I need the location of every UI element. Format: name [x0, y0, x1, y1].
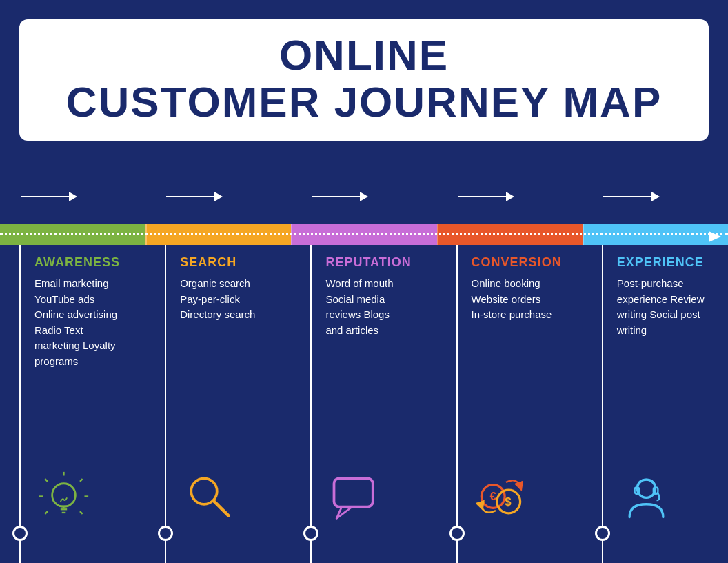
vline-awareness [19, 224, 21, 563]
svg-marker-15 [337, 507, 353, 519]
vline-reputation [310, 224, 312, 563]
circle-experience [595, 526, 610, 541]
circle-conversion [449, 526, 465, 541]
content-search: Organic searchPay-per-clickDirectory sea… [180, 276, 284, 323]
svg-line-3 [80, 479, 83, 482]
content-awareness: Email marketingYouTube adsOnline adverti… [34, 276, 139, 369]
svg-text:$: $ [505, 495, 512, 508]
svg-line-2 [45, 479, 48, 482]
stage-conversion: CONVERSION Online bookingWebsite ordersI… [437, 186, 583, 563]
content-experience: Post-purchaseexperience Reviewwriting So… [617, 276, 721, 338]
journey-container: AWARENESS Email marketingYouTube adsOnli… [0, 186, 728, 563]
dotted-line [0, 233, 728, 235]
content-conversion: Online bookingWebsite ordersIn-store pur… [472, 276, 576, 323]
svg-line-13 [214, 501, 229, 516]
vline-search [165, 224, 166, 563]
dotted-line-end-arrow [709, 231, 721, 245]
arrow-search [166, 192, 223, 201]
stage-reputation: REPUTATION Word of mouthSocial mediarevi… [291, 186, 436, 563]
svg-rect-14 [334, 478, 373, 506]
label-conversion: CONVERSION [472, 255, 562, 270]
circle-search [158, 526, 173, 541]
stage-experience: EXPERIENCE Post-purchaseexperience Revie… [583, 186, 728, 563]
arrow-reputation [312, 192, 368, 201]
vline-conversion [456, 224, 458, 563]
stage-search: SEARCH Organic searchPay-per-clickDirect… [145, 186, 291, 563]
title-box: ONLINE CUSTOMER JOURNEY MAP [19, 19, 709, 141]
svg-point-8 [52, 484, 76, 507]
icon-conversion: € $ [475, 471, 527, 525]
svg-line-7 [80, 511, 83, 514]
icon-search [183, 471, 235, 525]
icon-awareness [38, 471, 90, 525]
stage-awareness: AWARENESS Email marketingYouTube adsOnli… [0, 186, 145, 563]
label-reputation: REPUTATION [325, 255, 411, 270]
title-text: ONLINE CUSTOMER JOURNEY MAP [33, 32, 695, 126]
stages-container: AWARENESS Email marketingYouTube adsOnli… [0, 186, 728, 563]
label-awareness: AWARENESS [34, 255, 120, 270]
content-reputation: Word of mouthSocial mediareviews Blogsan… [325, 276, 429, 338]
circle-awareness [12, 526, 28, 541]
label-experience: EXPERIENCE [617, 255, 704, 270]
arrow-awareness [21, 192, 77, 201]
circle-reputation [303, 526, 318, 541]
icon-reputation [329, 471, 381, 525]
vline-experience [602, 224, 603, 563]
svg-line-6 [45, 511, 48, 514]
svg-marker-0 [709, 231, 721, 242]
arrow-experience [603, 192, 660, 201]
label-search: SEARCH [180, 255, 236, 270]
arrow-conversion [458, 192, 514, 201]
icon-experience [620, 471, 672, 525]
svg-text:€: € [489, 490, 496, 503]
